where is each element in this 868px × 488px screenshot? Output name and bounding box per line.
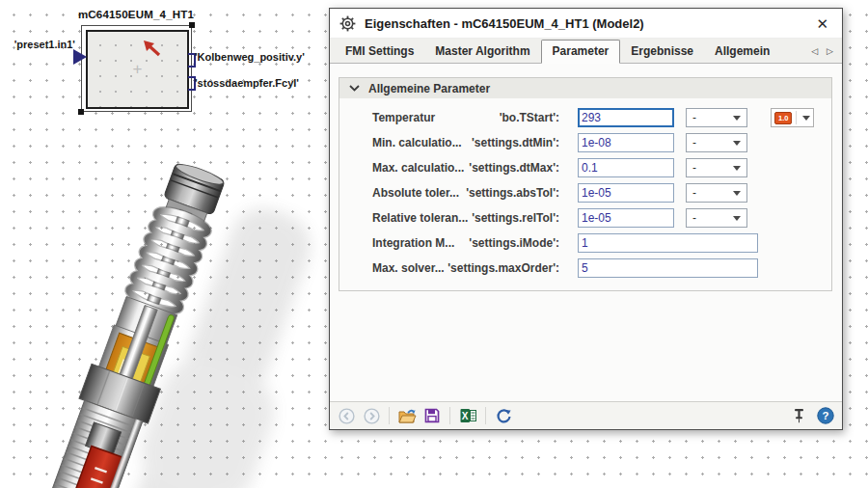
close-icon[interactable]: ✕ (812, 14, 832, 33)
param-value-input[interactable] (578, 158, 674, 177)
allgemeine-parameter-group: Allgemeine Parameter Temperatur 'bo.TSta… (339, 77, 832, 291)
tab-ergebnisse[interactable]: Ergebnisse (620, 41, 704, 63)
param-value-input[interactable] (578, 208, 674, 228)
param-value-input[interactable] (578, 233, 758, 253)
param-value-input[interactable] (578, 108, 674, 127)
param-name: 'settings.relTol': (422, 211, 559, 225)
help-icon[interactable]: ? (816, 406, 835, 425)
unit-dropdown[interactable]: - (686, 108, 747, 127)
input-port-label: 'preset1.in1' (8, 39, 75, 50)
param-value-input[interactable] (578, 133, 674, 152)
group-title: Allgemeine Parameter (368, 82, 490, 95)
tab-allgemein[interactable]: Allgemein (704, 41, 780, 63)
tab-fmi-settings[interactable]: FMI Settings (335, 41, 424, 63)
param-row-dtmax: Max. calculatio... 'settings.dtMax': - (339, 156, 831, 181)
forward-icon[interactable] (362, 406, 381, 425)
param-name: 'bo.TStart': (422, 111, 559, 124)
param-name: 'settings.dtMin': (422, 136, 559, 149)
param-row-temperatur: Temperatur 'bo.TStart': - 1.0 (339, 106, 831, 131)
unit-dropdown[interactable]: - (686, 183, 747, 203)
param-row-dtmin: Min. calculatio... 'settings.dtMin': - (339, 131, 831, 156)
back-icon[interactable] (337, 406, 356, 425)
chevron-down-icon (733, 141, 741, 146)
param-row-maxorder: Max. solver... 'settings.maxOrder': (339, 257, 831, 282)
chevron-down-icon (802, 116, 810, 121)
tabstrip: FMI Settings Master Algorithm Parameter … (330, 39, 842, 64)
param-name: 'settings.dtMax': (422, 161, 559, 175)
save-icon[interactable] (422, 406, 442, 425)
refresh-icon[interactable] (494, 406, 513, 425)
param-name: 'settings.absTol': (422, 186, 559, 200)
block-title: mC64150EUM_4_HT1 (68, 9, 204, 20)
unit-dropdown[interactable]: - (686, 158, 747, 177)
selection-handle[interactable] (189, 22, 195, 28)
help-glyph: ? (822, 410, 828, 421)
dialog-title: Eigenschaften - mC64150EUM_4_HT1 (Model2… (365, 16, 644, 31)
unit-dropdown[interactable]: - (686, 208, 747, 228)
dialog-toolbar: X (330, 401, 842, 429)
input-port-arrow-icon[interactable] (73, 49, 87, 65)
param-value-input[interactable] (578, 183, 674, 203)
dialog-titlebar[interactable]: Eigenschaften - mC64150EUM_4_HT1 (Model2… (330, 9, 842, 39)
chevron-down-icon (733, 166, 741, 171)
pin-icon[interactable] (789, 406, 808, 425)
param-row-imode: Integration M... 'settings.iMode': (339, 231, 831, 257)
unit-dropdown[interactable]: - (686, 133, 747, 152)
red-arrow-annotation (142, 40, 163, 59)
tab-parameter[interactable]: Parameter (541, 40, 621, 64)
param-value-input[interactable] (578, 258, 758, 278)
chevron-down-icon (733, 216, 741, 221)
parameter-page: Allgemeine Parameter Temperatur 'bo.TSta… (330, 64, 842, 401)
chevron-down-icon (733, 116, 741, 121)
fmu-block[interactable]: + (86, 30, 189, 109)
chevron-down-icon (349, 85, 360, 92)
output-port-label-1: 'Kolbenweg_positiv.y' (195, 51, 305, 63)
group-header[interactable]: Allgemeine Parameter (339, 78, 831, 98)
tab-master-algorithm[interactable]: Master Algorithm (424, 41, 540, 63)
param-row-abstol: Absolute toler... 'settings.absTol': - (339, 181, 831, 206)
tab-scroll-left-icon[interactable]: ◁ (811, 46, 818, 56)
quantity-split-button[interactable]: 1.0 (771, 108, 814, 127)
open-folder-icon[interactable] (397, 406, 417, 425)
param-name: 'settings.maxOrder': (422, 261, 559, 275)
param-row-reltol: Relative toleran... 'settings.relTol': - (339, 206, 831, 231)
svg-text:X: X (461, 411, 468, 421)
tab-scroll-right-icon[interactable]: ▷ (827, 46, 833, 56)
block-center-cross: + (133, 60, 143, 79)
output-port-label-2: 'stossdaempfer.Fcyl' (195, 77, 299, 89)
chevron-down-icon (733, 191, 741, 196)
quantity-badge: 1.0 (774, 112, 792, 124)
properties-dialog: Eigenschaften - mC64150EUM_4_HT1 (Model2… (329, 8, 843, 430)
selection-handle[interactable] (78, 109, 84, 115)
param-name: 'settings.iMode': (422, 236, 559, 250)
gear-icon (339, 15, 356, 32)
excel-export-icon[interactable]: X (458, 406, 477, 425)
